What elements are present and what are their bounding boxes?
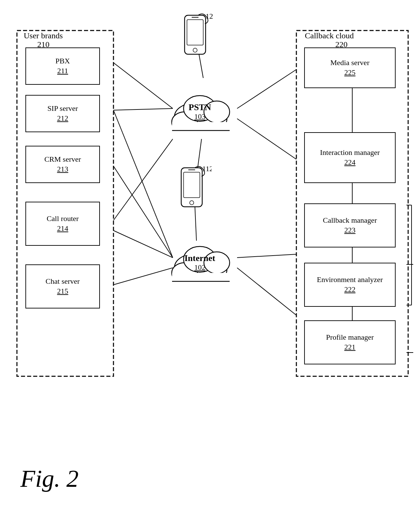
svg-text:112: 112 <box>202 166 212 173</box>
svg-rect-41 <box>172 273 230 285</box>
svg-line-12 <box>237 268 296 315</box>
figure-label: Fig. 2 <box>20 465 79 493</box>
svg-line-11 <box>237 254 296 258</box>
svg-rect-32 <box>172 122 230 134</box>
svg-point-47 <box>193 48 197 52</box>
callback-cloud-title: Callback cloud <box>305 31 354 40</box>
svg-text:103: 103 <box>194 112 206 121</box>
pbx-box: PBX 211 <box>25 47 100 85</box>
svg-line-9 <box>237 69 296 108</box>
phone2-icon: 112 <box>174 166 212 222</box>
sip-server-box: SIP server 212 <box>25 95 100 132</box>
svg-point-52 <box>190 201 194 205</box>
crm-server-box: CRM server 213 <box>25 146 100 183</box>
svg-line-6 <box>113 139 173 220</box>
call-router-box: Call router 214 <box>25 202 100 246</box>
svg-text:Internet: Internet <box>185 253 215 263</box>
phone1-icon: 121 <box>176 14 213 69</box>
svg-text:121: 121 <box>206 14 213 20</box>
user-brands-title: User brands <box>24 31 63 40</box>
interaction-manager-box: Interaction manager 224 <box>304 132 396 183</box>
environment-analyzer-box: Environment analyzer 222 <box>304 263 396 307</box>
svg-text:PSTN: PSTN <box>189 102 211 112</box>
svg-text:102: 102 <box>194 263 206 272</box>
chat-server-box: Chat server 215 <box>25 264 100 308</box>
svg-line-10 <box>237 119 296 159</box>
svg-rect-51 <box>184 172 200 198</box>
callback-manager-box: Callback manager 223 <box>304 203 396 247</box>
internet-cloud: Internet 102 <box>159 227 240 295</box>
pstn-cloud: PSTN 103 <box>159 76 240 144</box>
profile-manager-box: Profile manager 221 <box>304 320 396 364</box>
diagram-area: User brands 210 Callback cloud 220 PBX 2… <box>7 10 413 400</box>
media-server-box: Media server 225 <box>304 47 396 88</box>
svg-rect-46 <box>187 20 203 45</box>
